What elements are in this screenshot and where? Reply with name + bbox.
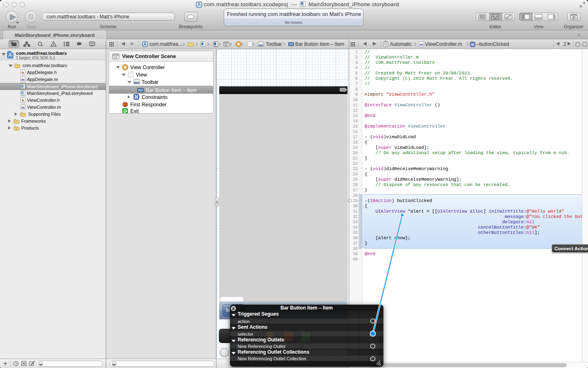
svg-text:M: M <box>471 43 474 47</box>
svg-text:–buttonClicked: –buttonClicked <box>477 41 509 47</box>
svg-text:m: m <box>420 43 423 47</box>
svg-text:m: m <box>21 105 24 110</box>
svg-text:Automatic: Automatic <box>390 41 412 47</box>
svg-text:m: m <box>21 78 24 82</box>
svg-text:h: h <box>22 99 24 103</box>
svg-text:h: h <box>22 71 24 75</box>
svg-text:2: 2 <box>564 41 566 47</box>
svg-text:ViewController.m: ViewController.m <box>425 41 462 47</box>
svg-text:com.mattfrea…: com.mattfrea… <box>149 41 183 47</box>
svg-text:Bar Button Item – Item: Bar Button Item – Item <box>295 41 344 47</box>
svg-text:Toolbar: Toolbar <box>266 41 282 47</box>
